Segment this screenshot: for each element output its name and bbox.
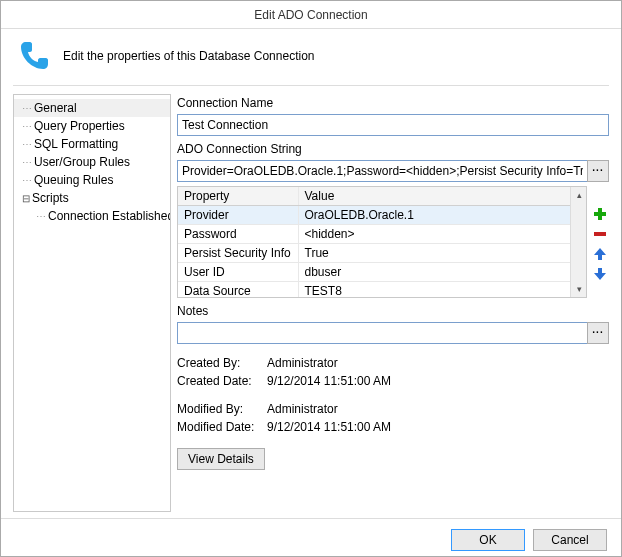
value-cell[interactable]: <hidden> — [298, 225, 586, 244]
value-cell[interactable]: dbuser — [298, 263, 586, 282]
audit-info: Created By:Administrator Created Date:9/… — [177, 354, 609, 436]
property-cell[interactable]: Data Source — [178, 282, 298, 299]
property-cell[interactable]: Password — [178, 225, 298, 244]
connection-name-input[interactable] — [177, 114, 609, 136]
modified-by-label: Modified By: — [177, 402, 267, 416]
add-row-button[interactable] — [592, 206, 608, 222]
created-date-value: 9/12/2014 11:51:00 AM — [267, 374, 391, 388]
sidebar-item-general[interactable]: ⋯General — [14, 99, 170, 117]
property-cell[interactable]: User ID — [178, 263, 298, 282]
sidebar-item-label: Scripts — [32, 191, 69, 205]
tree-expander-icon[interactable]: ⊟ — [20, 193, 32, 204]
sidebar-item-label: Queuing Rules — [34, 173, 113, 187]
window-title: Edit ADO Connection — [1, 1, 621, 29]
tree-branch-icon: ⋯ — [20, 157, 34, 168]
tree-branch-icon: ⋯ — [34, 211, 48, 222]
notes-input[interactable] — [177, 322, 587, 344]
sidebar-item-connection-established[interactable]: ⋯Connection Established — [14, 207, 170, 225]
cancel-button[interactable]: Cancel — [533, 529, 607, 551]
sidebar-item-queuing-rules[interactable]: ⋯Queuing Rules — [14, 171, 170, 189]
table-row[interactable]: Persist Security InfoTrue — [178, 244, 586, 263]
view-details-button[interactable]: View Details — [177, 448, 265, 470]
header-description: Edit the properties of this Database Con… — [63, 49, 314, 63]
tree-branch-icon: ⋯ — [20, 121, 34, 132]
sidebar-item-query-properties[interactable]: ⋯Query Properties — [14, 117, 170, 135]
sidebar-item-label: Connection Established — [48, 209, 171, 223]
grid-header-value[interactable]: Value — [298, 187, 586, 206]
sidebar-item-user-group-rules[interactable]: ⋯User/Group Rules — [14, 153, 170, 171]
svg-rect-1 — [594, 212, 606, 216]
table-row[interactable]: Password<hidden> — [178, 225, 586, 244]
properties-grid[interactable]: Property Value ProviderOraOLEDB.Oracle.1… — [177, 186, 587, 298]
value-cell[interactable]: True — [298, 244, 586, 263]
property-cell[interactable]: Persist Security Info — [178, 244, 298, 263]
modified-date-label: Modified Date: — [177, 420, 267, 434]
notes-label: Notes — [177, 304, 609, 318]
table-row[interactable]: Data SourceTEST8 — [178, 282, 586, 299]
header: Edit the properties of this Database Con… — [1, 29, 621, 85]
move-down-button[interactable] — [592, 266, 608, 282]
sidebar-item-label: General — [34, 101, 77, 115]
table-row[interactable]: User IDdbuser — [178, 263, 586, 282]
sidebar-item-scripts[interactable]: ⊟Scripts — [14, 189, 170, 207]
move-up-button[interactable] — [592, 246, 608, 262]
connection-name-label: Connection Name — [177, 96, 609, 110]
grid-header-property[interactable]: Property — [178, 187, 298, 206]
connection-string-browse-button[interactable]: ··· — [587, 160, 609, 182]
notes-browse-button[interactable]: ··· — [587, 322, 609, 344]
created-by-label: Created By: — [177, 356, 267, 370]
sidebar-item-label: SQL Formatting — [34, 137, 118, 151]
sidebar-item-label: User/Group Rules — [34, 155, 130, 169]
connection-string-input[interactable] — [177, 160, 587, 182]
scroll-down-icon[interactable]: ▾ — [571, 281, 587, 297]
connection-string-label: ADO Connection String — [177, 142, 609, 156]
ok-button[interactable]: OK — [451, 529, 525, 551]
dialog-footer: OK Cancel — [1, 518, 621, 551]
table-row[interactable]: ProviderOraOLEDB.Oracle.1 — [178, 206, 586, 225]
grid-toolbar — [591, 186, 609, 298]
tree-branch-icon: ⋯ — [20, 175, 34, 186]
scroll-up-icon[interactable]: ▴ — [571, 187, 587, 203]
divider — [13, 85, 609, 86]
modified-date-value: 9/12/2014 11:51:00 AM — [267, 420, 391, 434]
created-by-value: Administrator — [267, 356, 338, 370]
value-cell[interactable]: TEST8 — [298, 282, 586, 299]
value-cell[interactable]: OraOLEDB.Oracle.1 — [298, 206, 586, 225]
created-date-label: Created Date: — [177, 374, 267, 388]
tree-branch-icon: ⋯ — [20, 139, 34, 150]
sidebar-item-sql-formatting[interactable]: ⋯SQL Formatting — [14, 135, 170, 153]
svg-rect-2 — [594, 232, 606, 236]
remove-row-button[interactable] — [592, 226, 608, 242]
svg-marker-4 — [594, 268, 606, 280]
content-panel: Connection Name ADO Connection String ··… — [177, 94, 609, 512]
sidebar-item-label: Query Properties — [34, 119, 125, 133]
svg-marker-3 — [594, 248, 606, 260]
modified-by-value: Administrator — [267, 402, 338, 416]
phone-icon — [15, 37, 53, 75]
tree-branch-icon: ⋯ — [20, 103, 34, 114]
nav-tree: ⋯General⋯Query Properties⋯SQL Formatting… — [13, 94, 171, 512]
property-cell[interactable]: Provider — [178, 206, 298, 225]
grid-scrollbar[interactable]: ▴ ▾ — [570, 187, 586, 297]
